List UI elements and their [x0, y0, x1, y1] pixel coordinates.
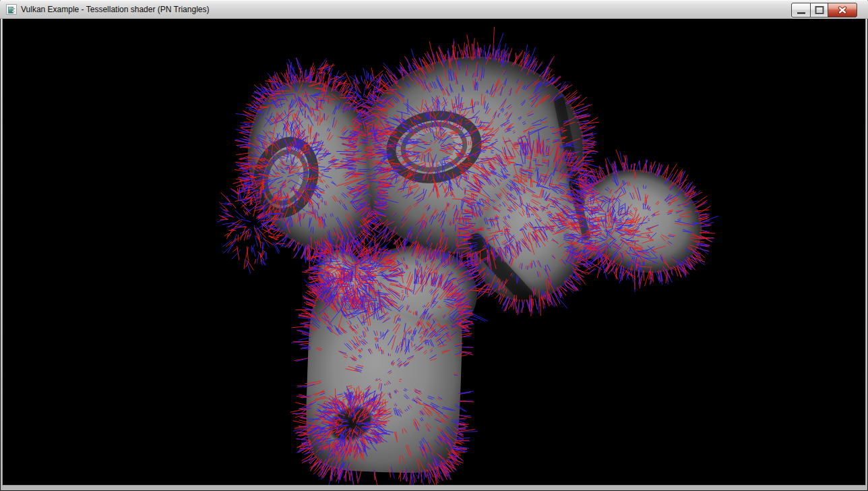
maximize-button[interactable] [811, 3, 828, 17]
close-icon [838, 6, 847, 14]
application-icon-line [12, 11, 15, 12]
app-window: Vulkan Example - Tessellation shader (PN… [0, 0, 868, 491]
tessellation-model-canvas [3, 19, 865, 485]
application-icon-line [12, 8, 15, 9]
window-title: Vulkan Example - Tessellation shader (PN… [21, 0, 209, 19]
render-viewport[interactable] [3, 19, 865, 485]
application-icon [6, 4, 17, 15]
minimize-button[interactable] [792, 3, 810, 17]
title-bar[interactable]: Vulkan Example - Tessellation shader (PN… [0, 0, 868, 19]
close-button[interactable] [828, 3, 857, 17]
maximize-icon [815, 6, 824, 14]
window-controls [791, 3, 857, 18]
minimize-icon [797, 12, 805, 14]
